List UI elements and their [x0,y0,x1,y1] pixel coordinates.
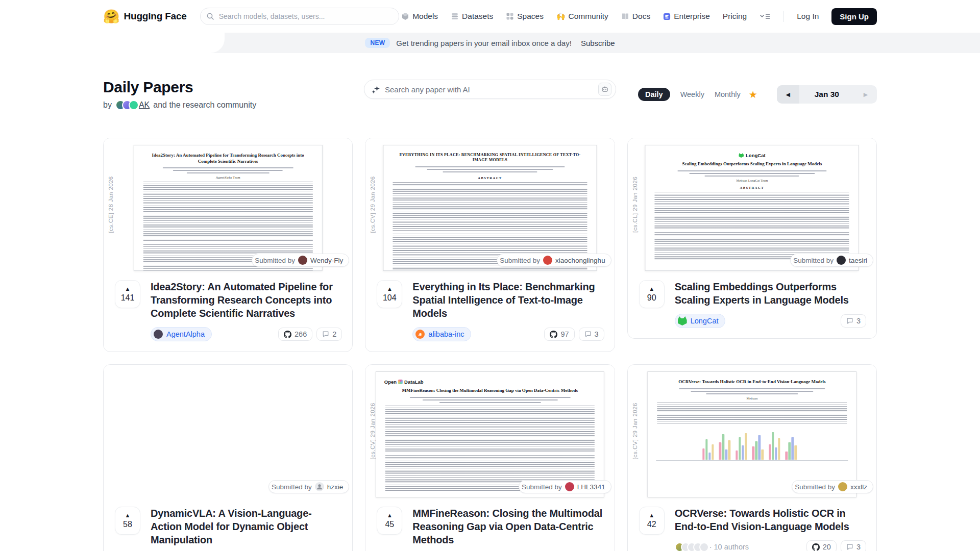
paper-title[interactable]: DynamicVLA: A Vision-Language-Action Mod… [151,507,342,546]
arxiv-side-label: [cs.CV] 29 Jan 2026 [370,403,376,459]
upvote-button[interactable]: ▲ 42 [639,507,665,535]
tab-daily[interactable]: Daily [638,88,670,101]
paper-title[interactable]: MMFineReason: Closing the Multimodal Rea… [412,507,604,546]
curator-link[interactable]: AK [139,101,150,110]
github-stars-count: 266 [295,330,307,338]
upvote-icon: ▲ [649,512,654,518]
paper-preview-text [655,192,849,230]
paper-preview-title: OCRVerse: Towards Holistic OCR in End-to… [659,379,845,385]
nav-pricing[interactable]: Pricing [723,12,747,21]
submitted-by-badge[interactable]: Submitted by xxxllz [792,480,873,493]
github-icon [284,331,291,338]
comments-count[interactable]: 3 [579,328,604,341]
paper-thumbnail[interactable]: [cs.CV] 29 Jan 2026 Everything in Its Pl… [365,138,614,271]
paper-title[interactable]: Scaling Embeddings Outperforms Scaling E… [675,280,866,307]
log-in-button[interactable]: Log In [797,12,819,21]
nav-enterprise[interactable]: Enterprise [663,12,710,21]
upvote-button[interactable]: ▲ 45 [377,507,402,535]
paper-preview: Everything in Its Place: Benchmarking Sp… [383,145,597,271]
longcat-logo-icon [678,316,687,325]
submitted-by-badge[interactable]: Submitted by hzxie [268,480,349,493]
paper-preview-chart [656,427,848,461]
paper-card[interactable]: Submitted by hzxie ▲ 58 DynamicVLA: A Vi… [103,364,353,551]
paper-preview-authors [142,167,313,173]
huggingface-logo[interactable]: 🤗 Hugging Face [103,10,187,23]
opendatalab-logo-icon [398,380,403,384]
avatar[interactable] [129,100,139,110]
docs-icon [621,12,629,20]
github-stars[interactable]: 97 [544,328,574,341]
next-day-button[interactable]: ▶ [854,85,877,104]
papers-header: Daily Papers by AK and the research comm… [103,79,877,110]
github-stars-count: 97 [560,330,569,338]
github-stars[interactable]: 20 [806,540,837,551]
global-search-input[interactable] [200,8,399,25]
nav-datasets[interactable]: Datasets [451,12,493,21]
paper-thumbnail[interactable]: [cs.CV] 29 Jan 2026 OpenDataLab MMFineRe… [365,365,614,497]
paper-title[interactable]: Idea2Story: An Automated Pipeline for Tr… [151,280,342,320]
comments-count[interactable]: 3 [841,540,866,551]
comments-count-value: 2 [332,330,336,338]
upvote-count: 58 [123,520,132,529]
nav-spaces[interactable]: Spaces [506,12,544,21]
more-menu-icon[interactable] [760,12,771,20]
alibaba-logo-icon [415,330,425,339]
paper-card[interactable]: [cs.CV] 29 Jan 2026 Everything in Its Pl… [365,138,615,352]
upvote-button[interactable]: ▲ 90 [639,280,665,308]
ai-search-input[interactable] [385,85,598,94]
agentalpha-logo-icon [154,330,163,339]
paper-thumbnail[interactable]: [cs.CL] 29 Jan 2026 LongCat Scaling Embe… [628,138,876,271]
paper-card[interactable]: [cs.CL] 29 Jan 2026 LongCat Scaling Embe… [627,138,877,339]
global-search[interactable] [200,8,399,25]
tab-weekly[interactable]: Weekly [680,88,704,101]
paper-thumbnail[interactable]: [cs.CV] 29 Jan 2026 OCRVerse: Towards Ho… [628,365,876,497]
submitted-by-badge[interactable]: Submitted by LHL3341 [519,480,611,493]
comment-icon [846,317,853,324]
favorites-star-icon[interactable]: ★ [749,89,757,101]
github-icon [812,543,820,551]
upvote-button[interactable]: ▲ 58 [115,507,140,535]
paper-preview-abstract-heading: ABSTRACT [654,186,850,189]
paper-preview: OCRVerse: Towards Holistic OCR in End-to… [648,371,856,497]
upvote-button[interactable]: ▲ 141 [115,280,140,308]
nav-models[interactable]: Models [401,12,438,21]
org-badge[interactable]: alibaba-inc [412,327,471,341]
nav-community[interactable]: 🙌 Community [556,12,608,21]
paper-preview-authors [384,397,596,403]
github-stars[interactable]: 266 [278,328,312,341]
arxiv-side-label: [cs.CE] 28 Jan 2026 [108,176,114,233]
paper-title[interactable]: OCRVerse: Towards Holistic OCR in End-to… [675,507,866,533]
paper-title[interactable]: Everything in Its Place: Benchmarking Sp… [412,280,604,320]
authors-count-label: · 10 authors [709,543,749,551]
org-badge[interactable]: LongCat [675,314,726,328]
upvote-count: 45 [385,520,394,529]
author-avatars [675,542,705,551]
paper-thumbnail[interactable]: [cs.CE] 28 Jan 2026 Idea2Story: An Autom… [104,138,352,271]
byline: by AK and the research community [103,100,256,110]
subscribe-link[interactable]: Subscribe [581,39,615,47]
authors-row[interactable]: · 10 authors [675,542,749,551]
comments-count[interactable]: 2 [316,328,342,341]
paper-card[interactable]: [cs.CE] 28 Jan 2026 Idea2Story: An Autom… [103,138,353,352]
enterprise-icon [663,13,671,20]
paper-thumbnail[interactable]: Submitted by hzxie [104,365,352,497]
prev-day-button[interactable]: ◀ [777,85,799,104]
tab-monthly[interactable]: Monthly [715,88,741,101]
paper-card[interactable]: [cs.CV] 29 Jan 2026 OCRVerse: Towards Ho… [627,364,877,551]
org-badge[interactable]: AgentAlpha [151,327,212,341]
curator-avatars[interactable] [115,100,135,110]
submitted-by-badge[interactable]: Submitted by xiaochonglinghu [497,254,611,267]
paper-preview-text [143,182,312,242]
submitted-by-badge[interactable]: Submitted by taesiri [790,254,873,267]
upvote-button[interactable]: ▲ 104 [377,280,402,308]
nav-docs[interactable]: Docs [621,12,650,21]
sign-up-button[interactable]: Sign Up [831,8,877,25]
comments-count[interactable]: 3 [841,314,866,328]
paper-preview: LongCat Scaling Embeddings Outperforms S… [645,145,859,271]
submitted-by-badge[interactable]: Submitted by Wendy-Fly [252,254,349,267]
paper-card[interactable]: [cs.CV] 29 Jan 2026 OpenDataLab MMFineRe… [365,364,615,551]
paper-preview-title: Idea2Story: An Automated Pipeline for Tr… [145,153,310,164]
ai-assistant-icon[interactable] [598,83,611,96]
ai-paper-search[interactable] [364,80,616,99]
upvote-icon: ▲ [387,286,393,292]
